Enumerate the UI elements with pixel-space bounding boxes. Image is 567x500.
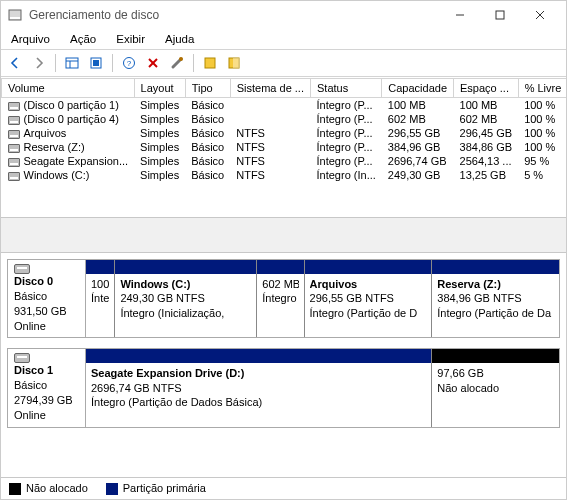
cell-livre: 95 % <box>518 154 566 168</box>
col-layout[interactable]: Layout <box>134 79 185 98</box>
partition[interactable]: 100 MÍntegr <box>86 260 114 337</box>
table-row[interactable]: ArquivosSimplesBásicoNTFSÍntegro (P...29… <box>2 126 567 140</box>
toolbar-separator <box>112 54 113 72</box>
minimize-button[interactable] <box>440 1 480 29</box>
cell-volume: Seagate Expansion... <box>2 154 135 168</box>
menu-arquivo[interactable]: Arquivo <box>7 31 54 47</box>
pane-divider[interactable] <box>1 217 566 253</box>
cell-status: Íntegro (P... <box>311 140 382 154</box>
disk-row: Disco 0Básico931,50 GBOnline100 MÍntegrW… <box>7 259 560 338</box>
window-controls <box>440 1 560 29</box>
disk-name: Disco 0 <box>14 274 79 289</box>
partition-size: 97,66 GB <box>437 366 554 380</box>
partition-size: 249,30 GB NTFS <box>120 291 251 305</box>
back-button[interactable] <box>5 53 25 73</box>
table-header-row: Volume Layout Tipo Sistema de ... Status… <box>2 79 567 98</box>
partition-name: Seagate Expansion Drive (D:) <box>91 366 426 380</box>
cell-tipo: Básico <box>185 112 230 126</box>
volume-icon <box>8 130 20 139</box>
menu-ajuda[interactable]: Ajuda <box>161 31 198 47</box>
refresh-icon[interactable] <box>86 53 106 73</box>
col-sistema[interactable]: Sistema de ... <box>230 79 310 98</box>
toolbar-icon-a[interactable] <box>200 53 220 73</box>
cell-livre: 100 % <box>518 98 566 113</box>
partition[interactable]: Windows (C:)249,30 GB NTFSÍntegro (Inici… <box>114 260 256 337</box>
partition-body: Windows (C:)249,30 GB NTFSÍntegro (Inici… <box>115 274 256 337</box>
svg-rect-10 <box>93 60 99 66</box>
window-title: Gerenciamento de disco <box>29 8 440 22</box>
toolbar-icon-b[interactable] <box>224 53 244 73</box>
cell-tipo: Básico <box>185 140 230 154</box>
cell-status: Íntegro (P... <box>311 126 382 140</box>
cell-capacidade: 296,55 GB <box>382 126 454 140</box>
table-row[interactable]: (Disco 0 partição 4)SimplesBásicoÍntegro… <box>2 112 567 126</box>
partition[interactable]: Reserva (Z:)384,96 GB NTFSÍntegro (Parti… <box>431 260 559 337</box>
table-row[interactable]: Windows (C:)SimplesBásicoNTFSÍntegro (In… <box>2 168 567 182</box>
partition[interactable]: Seagate Expansion Drive (D:)2696,74 GB N… <box>86 349 431 426</box>
partition[interactable]: Arquivos296,55 GB NTFSÍntegro (Partição … <box>304 260 432 337</box>
volume-icon <box>8 144 20 153</box>
cell-livre: 100 % <box>518 112 566 126</box>
col-livre[interactable]: % Livre <box>518 79 566 98</box>
stripe-primary <box>432 260 559 274</box>
disk-icon <box>14 264 30 274</box>
stripe-primary <box>86 260 114 274</box>
legend-swatch-unalloc <box>9 483 21 495</box>
col-capacidade[interactable]: Capacidade <box>382 79 454 98</box>
partition-size: 384,96 GB NTFS <box>437 291 554 305</box>
cell-capacidade: 100 MB <box>382 98 454 113</box>
table-row[interactable]: Seagate Expansion...SimplesBásicoNTFSÍnt… <box>2 154 567 168</box>
help-icon[interactable]: ? <box>119 53 139 73</box>
cell-espaco: 100 MB <box>454 98 519 113</box>
partition-name: Windows (C:) <box>120 277 251 291</box>
col-volume[interactable]: Volume <box>2 79 135 98</box>
cell-livre: 100 % <box>518 126 566 140</box>
legend-swatch-primary <box>106 483 118 495</box>
cell-layout: Simples <box>134 98 185 113</box>
title-bar: Gerenciamento de disco <box>1 1 566 29</box>
svg-point-15 <box>179 57 183 61</box>
cell-capacidade: 384,96 GB <box>382 140 454 154</box>
disk-label[interactable]: Disco 0Básico931,50 GBOnline <box>8 260 86 337</box>
menu-acao[interactable]: Ação <box>66 31 100 47</box>
disk-row: Disco 1Básico2794,39 GBOnlineSeagate Exp… <box>7 348 560 427</box>
col-status[interactable]: Status <box>311 79 382 98</box>
svg-rect-18 <box>233 58 239 68</box>
cell-status: Íntegro (P... <box>311 98 382 113</box>
cell-status: Íntegro (P... <box>311 154 382 168</box>
partition-body: 97,66 GBNão alocado <box>432 363 559 426</box>
partition-body: 602 MBÍntegro (F <box>257 274 303 337</box>
cell-livre: 5 % <box>518 168 566 182</box>
menu-exibir[interactable]: Exibir <box>112 31 149 47</box>
app-icon <box>7 7 23 23</box>
cell-layout: Simples <box>134 112 185 126</box>
partition-name: Reserva (Z:) <box>437 277 554 291</box>
delete-icon[interactable] <box>143 53 163 73</box>
forward-button[interactable] <box>29 53 49 73</box>
legend: Não alocado Partição primária <box>1 477 566 499</box>
volume-table-wrapper: Volume Layout Tipo Sistema de ... Status… <box>1 77 566 217</box>
close-button[interactable] <box>520 1 560 29</box>
partition-status: Não alocado <box>437 381 554 395</box>
cell-sistema: NTFS <box>230 154 310 168</box>
cell-layout: Simples <box>134 168 185 182</box>
toolbar-view-icon[interactable] <box>62 53 82 73</box>
partition[interactable]: 602 MBÍntegro (F <box>256 260 303 337</box>
col-tipo[interactable]: Tipo <box>185 79 230 98</box>
table-row[interactable]: Reserva (Z:)SimplesBásicoNTFSÍntegro (P.… <box>2 140 567 154</box>
properties-icon[interactable] <box>167 53 187 73</box>
disk-label[interactable]: Disco 1Básico2794,39 GBOnline <box>8 349 86 426</box>
cell-tipo: Básico <box>185 168 230 182</box>
stripe-unalloc <box>432 349 559 363</box>
cell-espaco: 2564,13 ... <box>454 154 519 168</box>
disk-partitions: 100 MÍntegrWindows (C:)249,30 GB NTFSÍnt… <box>86 260 559 337</box>
col-espaco[interactable]: Espaço ... <box>454 79 519 98</box>
partition-unallocated[interactable]: 97,66 GBNão alocado <box>431 349 559 426</box>
cell-sistema <box>230 112 310 126</box>
volume-icon <box>8 158 20 167</box>
cell-sistema: NTFS <box>230 168 310 182</box>
cell-layout: Simples <box>134 126 185 140</box>
volume-table[interactable]: Volume Layout Tipo Sistema de ... Status… <box>1 78 566 182</box>
table-row[interactable]: (Disco 0 partição 1)SimplesBásicoÍntegro… <box>2 98 567 113</box>
maximize-button[interactable] <box>480 1 520 29</box>
